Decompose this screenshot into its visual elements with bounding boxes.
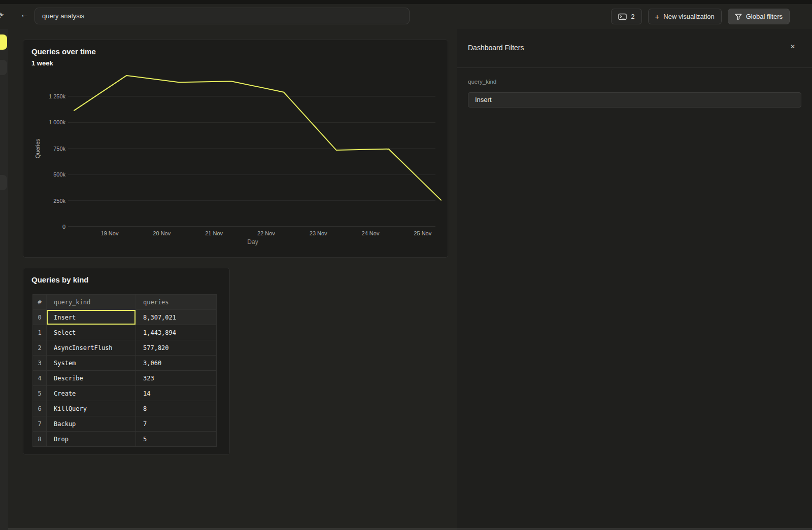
queries-line-series (74, 76, 441, 200)
global-filters-label: Global filters (746, 13, 783, 20)
x-tick-label: 21 Nov (205, 230, 223, 236)
query-kind-cell[interactable]: System (47, 356, 136, 371)
y-tick-label: 0 (62, 224, 65, 230)
column-header-queries[interactable]: queries (136, 295, 217, 310)
window-top-edge (0, 0, 812, 4)
new-visualization-button[interactable]: + New visualization (648, 9, 722, 24)
row-index-cell: 8 (33, 432, 47, 447)
column-header-index[interactable]: # (33, 295, 47, 310)
filter-field-label: query_kind (468, 79, 496, 85)
query-kind-filter-input[interactable]: Insert (468, 92, 801, 108)
row-index-cell: 1 (33, 325, 47, 340)
query-kind-cell[interactable]: KillQuery (47, 401, 136, 416)
query-kind-cell[interactable]: Describe (47, 371, 136, 386)
console-icon (618, 13, 627, 20)
row-index-cell: 3 (33, 356, 47, 371)
table-row: 3System3,060 (33, 356, 217, 371)
new-visualization-label: New visualization (663, 13, 714, 20)
back-button[interactable]: ← (20, 10, 29, 20)
table-header-row: #query_kindqueries (33, 295, 217, 310)
queries-value-cell[interactable]: 577,820 (136, 340, 217, 356)
query-kind-cell[interactable]: AsyncInsertFlush (47, 340, 136, 356)
table-card: Queries by kind #query_kindqueries 0Inse… (23, 268, 230, 455)
table-row: 7Backup7 (33, 416, 217, 432)
dashboard-filters-panel: Dashboard Filters ✕ query_kind Insert (457, 29, 812, 530)
column-header-query_kind[interactable]: query_kind (47, 295, 136, 310)
sidebar-item[interactable] (0, 60, 7, 75)
table-row: 8Drop5 (33, 432, 217, 447)
filters-panel-title: Dashboard Filters (468, 44, 524, 52)
chart-card: 0250k500k750k1 000k1 250k19 Nov20 Nov21 … (23, 40, 448, 258)
queries-over-time-chart: 0250k500k750k1 000k1 250k19 Nov20 Nov21 … (23, 40, 449, 258)
query-kind-cell[interactable]: Backup (47, 416, 136, 432)
dashboard-title-input[interactable] (35, 8, 410, 24)
queries-value-cell[interactable]: 8,307,021 (136, 310, 217, 325)
table-row: 2AsyncInsertFlush577,820 (33, 340, 217, 356)
sql-console-button[interactable]: 2 (611, 9, 641, 24)
query-kind-cell[interactable]: Drop (47, 432, 136, 447)
y-axis-title: Queries (35, 138, 41, 158)
sidebar-item[interactable] (0, 175, 7, 190)
row-index-cell: 4 (33, 371, 47, 386)
plus-icon: + (655, 13, 660, 20)
close-icon: ✕ (790, 43, 795, 50)
queries-value-cell[interactable]: 1,443,894 (136, 325, 217, 340)
table-row: 6KillQuery8 (33, 401, 217, 416)
panel-header-divider (457, 67, 812, 68)
queries-value-cell[interactable]: 7 (136, 416, 217, 432)
y-tick-label: 250k (53, 198, 65, 204)
topbar-actions: 2 + New visualization Global filters (611, 9, 790, 24)
row-index-cell: 5 (33, 386, 47, 401)
x-axis-title: Day (247, 238, 258, 245)
close-filters-button[interactable]: ✕ (790, 43, 795, 50)
refresh-icon[interactable]: ⟳ (0, 10, 4, 21)
queries-value-cell[interactable]: 323 (136, 371, 217, 386)
queries-by-kind-table: #query_kindqueries 0Insert8,307,0211Sele… (32, 294, 217, 447)
x-tick-label: 22 Nov (257, 230, 275, 236)
query-kind-cell[interactable]: Create (47, 386, 136, 401)
row-index-cell: 2 (33, 340, 47, 356)
y-tick-label: 750k (53, 146, 65, 152)
table-row: 5Create14 (33, 386, 217, 401)
row-index-cell: 6 (33, 401, 47, 416)
query-kind-cell[interactable]: Select (47, 325, 136, 340)
y-tick-label: 1 000k (49, 119, 66, 125)
x-tick-label: 25 Nov (414, 230, 431, 236)
x-tick-label: 19 Nov (101, 230, 119, 236)
y-tick-label: 1 250k (49, 93, 66, 99)
sidebar-item-active[interactable] (0, 34, 7, 50)
chart-title: Queries over time (31, 47, 96, 56)
top-bar: ⟳ ← 2 + New visualization Global fi (0, 4, 812, 29)
y-tick-label: 500k (53, 171, 65, 178)
query-kind-cell[interactable]: Insert (47, 310, 136, 325)
x-tick-label: 23 Nov (310, 230, 327, 236)
queries-value-cell[interactable]: 3,060 (136, 356, 217, 371)
table-title: Queries by kind (31, 275, 89, 284)
table-row: 1Select1,443,894 (33, 325, 217, 340)
funnel-icon (735, 13, 742, 20)
chart-subtitle: 1 week (31, 59, 53, 67)
x-tick-label: 24 Nov (362, 230, 380, 236)
row-index-cell: 7 (33, 416, 47, 432)
queries-value-cell[interactable]: 14 (136, 386, 217, 401)
sidebar (0, 29, 8, 530)
row-index-cell: 0 (33, 310, 47, 325)
queries-value-cell[interactable]: 8 (136, 401, 217, 416)
console-count: 2 (631, 13, 634, 20)
x-tick-label: 20 Nov (153, 230, 171, 236)
table-row: 0Insert8,307,021 (33, 310, 217, 325)
queries-value-cell[interactable]: 5 (136, 432, 217, 447)
table-row: 4Describe323 (33, 371, 217, 386)
horizontal-scrollbar[interactable] (8, 528, 812, 529)
global-filters-button[interactable]: Global filters (728, 9, 790, 24)
